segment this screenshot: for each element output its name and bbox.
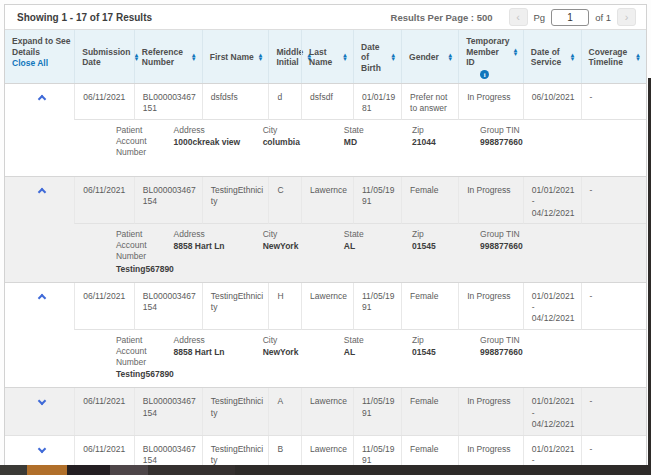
cell-last-name: Lawernce [301, 388, 353, 434]
cell-submission-date: 06/11/2021 [74, 177, 134, 224]
detail-label: Patient Account Number [116, 229, 174, 262]
cell-coverage-timeline: - [581, 177, 646, 224]
results-toolbar: Showing 1 - 17 of 17 Results Results Per… [5, 5, 646, 29]
sort-icon[interactable]: ▲▼ [635, 53, 643, 61]
detail-label: State [344, 335, 412, 346]
sort-icon[interactable]: ▲▼ [390, 53, 398, 61]
column-header-submission-date: Submission Date▲▼ [74, 30, 134, 83]
column-header-last-name: Last Name▲▼ [301, 30, 353, 83]
detail-label: City [263, 229, 344, 240]
cell-coverage-timeline: - [581, 388, 646, 434]
prev-page-button[interactable]: ‹ [509, 8, 528, 26]
cell-gender: Female [401, 177, 458, 224]
cell-middle-initial: A [268, 388, 301, 434]
detail-state: StateAL [344, 229, 412, 274]
close-all-link[interactable]: Close All [12, 58, 71, 68]
page-label: Pg [534, 12, 546, 23]
detail-value: AL [344, 347, 412, 358]
chevron-down-icon [38, 397, 46, 405]
cell-middle-initial: d [268, 84, 301, 120]
sort-icon[interactable]: ▲▼ [512, 48, 520, 56]
column-header-reference-number: Reference Number▲▼ [134, 30, 202, 83]
detail-address: Address8858 Hart Ln [174, 229, 263, 274]
detail-label: Group TIN [480, 335, 640, 346]
column-label: Reference Number [142, 47, 188, 68]
next-page-button[interactable]: › [617, 8, 636, 26]
cell-reference-number: BL000003467154 [134, 283, 202, 330]
cell-first-name: TestingEthnicity [202, 177, 269, 224]
cell-submission-date: 06/11/2021 [74, 283, 134, 330]
column-label: Date of Service [531, 47, 567, 68]
detail-zip: Zip21044 [412, 125, 480, 169]
sort-icon[interactable]: ▲▼ [191, 53, 199, 61]
sort-icon[interactable]: ▲▼ [570, 53, 578, 61]
detail-value: columbia [263, 137, 344, 148]
detail-group-tin: Group TIN998877660 [480, 125, 640, 169]
cell-date-of-birth: 11/05/1991 [353, 388, 401, 434]
claims-results-page: Showing 1 - 17 of 17 Results Results Per… [0, 0, 651, 475]
info-icon[interactable]: i [480, 70, 489, 79]
cell-temporary-member-id: In Progress [458, 84, 523, 120]
detail-value: Testing567890 [116, 369, 174, 380]
cell-date-of-service: 06/10/2021 [523, 84, 581, 120]
detail-city: CityNewYork [263, 335, 344, 380]
detail-city: CityNewYork [263, 229, 344, 274]
detail-value: 998877660 [480, 347, 640, 358]
detail-label: Zip [412, 125, 480, 136]
table-header-row: Expand to See DetailsClose AllSubmission… [5, 29, 646, 84]
cell-submission-date: 06/11/2021 [74, 388, 134, 434]
cell-first-name: TestingEthnicity [202, 283, 269, 330]
page-number-input[interactable] [551, 9, 589, 26]
detail-label: State [344, 229, 412, 240]
detail-value: Testing567890 [116, 264, 174, 275]
column-label: Coverage Timeline [589, 47, 633, 68]
expand-toggle[interactable] [5, 177, 74, 224]
detail-value: 998877660 [480, 137, 640, 148]
sort-icon[interactable]: ▲▼ [447, 53, 455, 61]
column-header-coverage-timeline: Coverage Timeline▲▼ [581, 30, 646, 83]
detail-zip: Zip01545 [412, 229, 480, 274]
detail-state: StateMD [344, 125, 412, 169]
detail-label: Address [174, 229, 263, 240]
chevron-left-icon: ‹ [516, 11, 520, 23]
detail-label: City [263, 125, 344, 136]
expand-toggle[interactable] [5, 283, 74, 330]
chevron-up-icon [38, 95, 46, 103]
detail-value: 8858 Hart Ln [174, 241, 263, 252]
cell-middle-initial: H [268, 283, 301, 330]
detail-value: MD [344, 137, 412, 148]
table-row: 06/11/2021BL000003467154TestingEthnicity… [5, 388, 646, 435]
sort-icon[interactable]: ▲▼ [257, 53, 265, 61]
sort-icon[interactable]: ▲▼ [342, 53, 350, 61]
cell-temporary-member-id: In Progress [458, 283, 523, 330]
cell-temporary-member-id: In Progress [458, 177, 523, 224]
detail-patient-account-number: Patient Account NumberTesting567890 [116, 335, 174, 380]
expand-toggle[interactable] [5, 84, 74, 120]
expand-toggle[interactable] [5, 388, 74, 434]
cell-date-of-service: 01/01/2021 - 04/12/2021 [523, 388, 581, 434]
detail-value: NewYork [263, 241, 344, 252]
cell-reference-number: BL000003467151 [134, 84, 202, 120]
cell-last-name: dsfsdf [301, 84, 353, 120]
results-count: Showing 1 - 17 of 17 Results [17, 12, 152, 23]
detail-address: Address8858 Hart Ln [174, 335, 263, 380]
cell-last-name: Lawernce [301, 177, 353, 224]
results-per-page-label: Results Per Page : 500 [391, 12, 493, 23]
column-header-temporary-member-id: Temporary Member ID▲▼i [458, 30, 523, 83]
column-label: Gender [409, 52, 439, 63]
chevron-down-icon [38, 444, 46, 452]
cell-coverage-timeline: - [581, 283, 646, 330]
results-panel: Showing 1 - 17 of 17 Results Results Per… [4, 4, 647, 475]
cell-date-of-service: 01/01/2021 - 04/12/2021 [523, 283, 581, 330]
detail-label: Patient Account Number [116, 335, 174, 368]
cell-date-of-birth: 01/01/1981 [353, 84, 401, 120]
detail-state: StateAL [344, 335, 412, 380]
cell-gender: Female [401, 283, 458, 330]
cell-date-of-birth: 11/05/1991 [353, 283, 401, 330]
column-label: Submission Date [82, 47, 130, 68]
cell-gender: Prefer not to answer [401, 84, 458, 120]
detail-address: Address1000ckreak view [174, 125, 263, 169]
table-row: 06/11/2021BL000003467151dsfdsfsddsfsdf01… [5, 84, 646, 120]
detail-value [116, 159, 174, 169]
table-row: 06/11/2021BL000003467154TestingEthnicity… [5, 177, 646, 224]
